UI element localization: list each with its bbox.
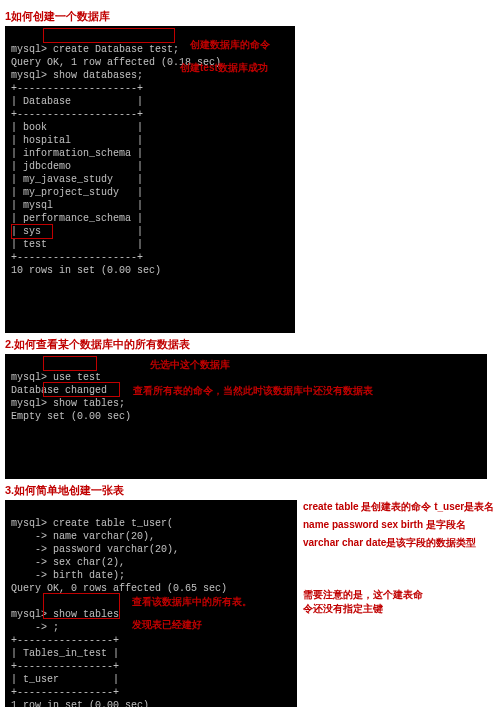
t3-l5: -> birth date); <box>11 570 125 581</box>
annot-select-db: 先选中这个数据库 <box>150 358 230 371</box>
t3-l3: -> password varchar(20), <box>11 544 179 555</box>
section1-title: 1如何创建一个数据库 <box>5 9 495 24</box>
section3-title: 3.如何简单地创建一张表 <box>5 483 495 498</box>
t1-r2: | hospital | <box>11 135 143 146</box>
t3-sep2: +----------------+ <box>11 661 119 672</box>
section2-title: 2.如何查看某个数据库中的所有数据表 <box>5 337 495 352</box>
annot-show-tables: 查看所有表的命令，当然此时该数据库中还没有数据表 <box>133 384 473 397</box>
box-create-db <box>43 28 175 43</box>
annot-create-ok: 创建test数据库成功 <box>180 61 268 74</box>
t1-sep3: +--------------------+ <box>11 252 143 263</box>
box-show-tables <box>43 382 120 397</box>
t1-line1: mysql> create Database test; <box>11 44 179 55</box>
terminal-1: mysql> create Database test; Query OK, 1… <box>5 26 295 333</box>
t3-l1: mysql> create table t_user( <box>11 518 173 529</box>
annot-fields: name password sex birth 是字段名 <box>303 518 495 532</box>
t1-hdr: | Database | <box>11 96 143 107</box>
t3-l2: -> name varchar(20), <box>11 531 155 542</box>
t1-r7: | mysql | <box>11 200 143 211</box>
t1-sep1: +--------------------+ <box>11 83 143 94</box>
t3-foot: 1 row in set (0.00 sec) <box>11 700 149 707</box>
box-use-test <box>43 356 97 371</box>
t1-foot: 10 rows in set (0.00 sec) <box>11 265 161 276</box>
t3-hdr: | Tables_in_test | <box>11 648 119 659</box>
t1-r10: | test | <box>11 239 143 250</box>
t1-r8: | performance_schema | <box>11 213 143 224</box>
terminal-2: mysql> use test Database changed mysql> … <box>5 354 487 479</box>
annot-table-created: 发现表已经建好 <box>132 618 202 631</box>
annot-create-table: create table 是创建表的命令 t_user是表名 <box>303 500 495 514</box>
annot-types: varchar char date是该字段的数据类型 <box>303 536 495 550</box>
t3-l8: -> ; <box>11 622 59 633</box>
t1-r1: | book | <box>11 122 143 133</box>
t1-r3: | information_schema | <box>11 148 143 159</box>
t1-r4: | jdbcdemo | <box>11 161 143 172</box>
annot-create-cmd: 创建数据库的命令 <box>190 38 270 51</box>
t1-r5: | my_javase_study | <box>11 174 143 185</box>
box-show-tables-2 <box>43 593 120 619</box>
section3-side-annot: create table 是创建表的命令 t_user是表名 name pass… <box>297 500 495 616</box>
t1-r6: | my_project_study | <box>11 187 143 198</box>
box-test-row <box>11 224 53 239</box>
t1-sep2: +--------------------+ <box>11 109 143 120</box>
t3-sep3: +----------------+ <box>11 687 119 698</box>
t1-line3: mysql> show databases; <box>11 70 143 81</box>
annot-no-pk: 需要注意的是，这个建表命令还没有指定主键 <box>303 588 423 616</box>
t3-l4: -> sex char(2), <box>11 557 125 568</box>
terminal-3: mysql> create table t_user( -> name varc… <box>5 500 297 707</box>
t2-l3: mysql> show tables; <box>11 398 125 409</box>
t2-l4: Empty set (0.00 sec) <box>11 411 131 422</box>
t3-sep1: +----------------+ <box>11 635 119 646</box>
t3-r1: | t_user | <box>11 674 119 685</box>
annot-view-all-tables: 查看该数据库中的所有表。 <box>132 595 282 608</box>
